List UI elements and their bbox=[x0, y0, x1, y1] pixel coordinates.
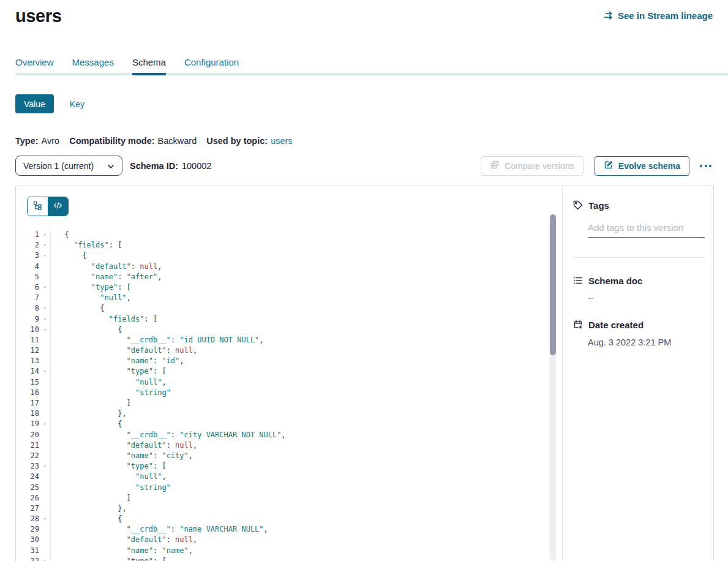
line-number: 22 bbox=[16, 451, 39, 461]
line-number: 2 bbox=[16, 240, 39, 250]
code-text: "name": "id", bbox=[50, 356, 562, 366]
fold-spacer bbox=[39, 546, 50, 556]
date-created-value: Aug. 3 2022 3:21 PM bbox=[588, 337, 706, 347]
code-text: ] bbox=[50, 493, 562, 503]
fold-toggle-icon[interactable]: ▾ bbox=[39, 250, 50, 261]
fold-spacer bbox=[39, 440, 50, 451]
code-line: 13 "name": "id", bbox=[16, 356, 562, 366]
tab-messages[interactable]: Messages bbox=[72, 57, 114, 68]
code-text: { bbox=[50, 514, 562, 524]
code-line: 23▾ "type": [ bbox=[16, 461, 562, 472]
fold-spacer bbox=[39, 524, 50, 535]
code-text: { bbox=[50, 303, 562, 314]
code-view-button[interactable] bbox=[48, 197, 68, 216]
code-line: 31 "name": "name", bbox=[16, 546, 562, 556]
schema-meta: Type: Avro Compatibility mode: Backward … bbox=[15, 136, 728, 146]
line-number: 23 bbox=[16, 461, 39, 472]
page-header: users See in Stream lineage bbox=[0, 0, 728, 26]
fold-spacer bbox=[39, 472, 50, 482]
fold-toggle-icon[interactable]: ▾ bbox=[39, 366, 50, 377]
code-lines: 1▾ {2▾ "fields": [3▾ {4 "default": null,… bbox=[16, 186, 562, 561]
code-text: "fields": [ bbox=[50, 240, 562, 250]
fold-toggle-icon[interactable]: ▾ bbox=[39, 230, 50, 240]
code-line: 14▾ "type": [ bbox=[16, 366, 562, 377]
line-number: 18 bbox=[16, 409, 39, 419]
code-text: }, bbox=[50, 503, 562, 514]
code-text: "default": null, bbox=[50, 535, 562, 545]
code-line: 10▾ { bbox=[16, 325, 562, 335]
code-text: "type": [ bbox=[50, 366, 562, 377]
line-number: 19 bbox=[16, 419, 39, 429]
version-select[interactable]: Version 1 (current) bbox=[15, 156, 122, 176]
schema-doc-section: Schema doc -- bbox=[572, 275, 706, 303]
code-text: "default": null, bbox=[50, 440, 562, 451]
line-number: 8 bbox=[16, 303, 39, 314]
code-text: { bbox=[50, 325, 562, 335]
code-text: "default": null, bbox=[50, 345, 562, 356]
line-number: 12 bbox=[16, 345, 39, 356]
tree-view-button[interactable] bbox=[28, 197, 48, 216]
tab-schema[interactable]: Schema bbox=[132, 57, 166, 68]
fold-spacer bbox=[39, 345, 50, 356]
fold-spacer bbox=[39, 335, 50, 345]
fold-toggle-icon[interactable]: ▾ bbox=[39, 314, 50, 325]
more-actions-button[interactable] bbox=[699, 161, 713, 171]
code-line: 26 ] bbox=[16, 493, 562, 503]
code-line: 6▾ "type": [ bbox=[16, 282, 562, 293]
fold-toggle-icon[interactable]: ▾ bbox=[39, 282, 50, 293]
code-text: "name": "after", bbox=[50, 272, 562, 282]
line-number: 11 bbox=[16, 335, 39, 345]
tab-overview[interactable]: Overview bbox=[15, 57, 54, 68]
code-text: "type": [ bbox=[50, 461, 562, 472]
fold-toggle-icon[interactable]: ▾ bbox=[39, 325, 50, 335]
code-line: 1▾ { bbox=[16, 230, 562, 240]
fold-spacer bbox=[39, 535, 50, 545]
fold-spacer bbox=[39, 388, 50, 398]
meta-type: Type: Avro bbox=[15, 136, 59, 146]
schema-card: 1▾ {2▾ "fields": [3▾ {4 "default": null,… bbox=[15, 186, 714, 561]
topic-tabs: Overview Messages Schema Configuration bbox=[0, 57, 728, 68]
fold-toggle-icon[interactable]: ▾ bbox=[39, 303, 50, 314]
tab-configuration[interactable]: Configuration bbox=[184, 57, 239, 68]
fold-toggle-icon[interactable]: ▾ bbox=[39, 461, 50, 472]
tag-icon bbox=[572, 200, 584, 211]
key-button[interactable]: Key bbox=[70, 99, 84, 109]
fold-toggle-icon[interactable]: ▾ bbox=[39, 556, 50, 561]
code-line: 7 "null", bbox=[16, 293, 562, 303]
viewer-mode-toggle bbox=[27, 197, 69, 216]
fold-toggle-icon[interactable]: ▾ bbox=[39, 240, 50, 250]
code-text: { bbox=[50, 230, 562, 240]
code-text: "default": null, bbox=[50, 262, 562, 272]
topic-link[interactable]: users bbox=[271, 136, 292, 146]
compare-versions-button[interactable]: Compare versions bbox=[481, 156, 584, 176]
line-number: 21 bbox=[16, 440, 39, 451]
fold-toggle-icon[interactable]: ▾ bbox=[39, 514, 50, 524]
line-number: 25 bbox=[16, 483, 39, 493]
add-tags-input[interactable] bbox=[588, 222, 705, 238]
code-scrollbar-thumb[interactable] bbox=[550, 214, 556, 355]
line-number: 15 bbox=[16, 377, 39, 388]
code-text: "__crdb__": "name VARCHAR NULL", bbox=[50, 524, 562, 535]
schema-doc-title: Schema doc bbox=[588, 276, 642, 286]
line-number: 6 bbox=[16, 282, 39, 293]
code-text: ] bbox=[50, 398, 562, 409]
code-text: "type": [ bbox=[50, 282, 562, 293]
evolve-schema-button[interactable]: Evolve schema bbox=[595, 156, 689, 176]
value-button[interactable]: Value bbox=[15, 94, 54, 113]
line-number: 28 bbox=[16, 514, 39, 524]
code-line: 16 "string" bbox=[16, 388, 562, 398]
date-created-section: Date created Aug. 3 2022 3:21 PM bbox=[572, 319, 706, 347]
fold-spacer bbox=[39, 409, 50, 419]
version-bar: Version 1 (current) Schema ID: 100002 Co… bbox=[15, 156, 713, 176]
code-text: "__crdb__": "id UUID NOT NULL", bbox=[50, 335, 562, 345]
stream-lineage-link[interactable]: See in Stream lineage bbox=[603, 10, 713, 21]
code-line: 2▾ "fields": [ bbox=[16, 240, 562, 250]
fold-toggle-icon[interactable]: ▾ bbox=[39, 419, 50, 429]
line-number: 31 bbox=[16, 546, 39, 556]
code-line: 28▾ { bbox=[16, 514, 562, 524]
line-number: 32 bbox=[16, 556, 39, 561]
code-text: "string" bbox=[50, 483, 562, 493]
fold-spacer bbox=[39, 293, 50, 303]
fold-spacer bbox=[39, 503, 50, 514]
code-scrollbar-track[interactable] bbox=[550, 214, 556, 561]
